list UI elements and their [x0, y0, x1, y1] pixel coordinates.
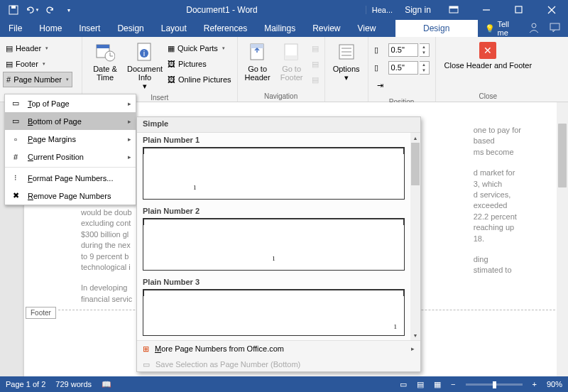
group-navigation: Go to Header Go to Footer ▤ ▤ ▤ Navigati… [238, 37, 325, 102]
tab-layout[interactable]: Layout [153, 20, 195, 37]
tell-me-search[interactable]: 💡Tell me [478, 20, 529, 37]
tab-insert[interactable]: Insert [70, 20, 109, 37]
quick-parts-icon: ▦ [168, 44, 175, 53]
goto-footer-button[interactable]: Go to Footer [275, 39, 309, 90]
save-icon[interactable] [4, 1, 23, 19]
tab-references[interactable]: References [195, 20, 256, 37]
page-number-gallery: Simple Plain Number 1 1 Plain Number 2 1… [136, 116, 421, 372]
footer-button[interactable]: ▤Footer▾ [3, 56, 72, 72]
preview-label-2: Plain Number 2 [143, 207, 405, 215]
previous-button[interactable]: ▤ [309, 40, 322, 56]
header-from-top-input[interactable]: ▯0.5"▲▼ [374, 42, 430, 58]
footer-from-bottom-input[interactable]: ▯0.5"▲▼ [374, 60, 430, 75]
menu-page-margins[interactable]: ▫Page Margins▸ [5, 130, 136, 148]
svg-rect-1 [11, 6, 16, 9]
goto-header-icon [246, 40, 269, 63]
options-icon [335, 40, 358, 63]
header-position-icon: ▯ [374, 45, 387, 55]
header-button[interactable]: ▤Header▾ [3, 40, 72, 56]
menu-bottom-of-page[interactable]: ▭Bottom of Page▸ [5, 112, 136, 130]
qat-customize-icon[interactable]: ▼ [60, 1, 78, 19]
undo-icon[interactable]: ▼ [23, 1, 41, 19]
spellcheck-icon[interactable]: 📖 [102, 380, 111, 389]
header-icon: ▤ [6, 44, 13, 53]
save-selection-icon: ▭ [143, 360, 150, 369]
more-page-numbers-button[interactable]: ⊞More Page Numbers from Office.com▸ [137, 341, 420, 356]
gallery-scrollbar[interactable]: ▲ ▼ [410, 133, 420, 340]
view-web-layout-icon[interactable]: ▦ [434, 380, 441, 389]
tab-review[interactable]: Review [304, 20, 349, 37]
page-number-menu: ▭Top of Page▸ ▭Bottom of Page▸ ▫Page Mar… [4, 94, 136, 205]
page-margins-icon: ▫ [9, 133, 22, 146]
minimize-icon[interactable] [470, 0, 503, 20]
maximize-icon[interactable] [503, 0, 535, 20]
office-icon: ⊞ [143, 344, 149, 354]
close-icon[interactable] [535, 0, 568, 20]
zoom-level[interactable]: 90% [547, 380, 562, 388]
vertical-scrollbar[interactable] [557, 102, 568, 376]
tab-home[interactable]: Home [31, 20, 70, 37]
svg-rect-3 [449, 6, 458, 9]
tab-design[interactable]: Design [109, 20, 152, 37]
group-close: ✕Close Header and Footer Close [436, 37, 541, 102]
bottom-of-page-icon: ▭ [9, 115, 22, 128]
options-button[interactable]: Options▾ [328, 39, 365, 90]
top-of-page-icon: ▭ [9, 97, 22, 110]
footer-position-icon: ▯ [374, 63, 387, 72]
menu-remove-page-numbers[interactable]: ✖Remove Page Numbers [5, 187, 136, 205]
footer-icon: ▤ [6, 60, 13, 69]
page-number-button[interactable]: #Page Number▾ [3, 72, 72, 87]
page-count[interactable]: Page 1 of 2 [6, 380, 45, 388]
current-position-icon: # [9, 151, 22, 163]
group-options: Options▾ Options [325, 37, 368, 102]
document-info-button[interactable]: iDocument Info▾ [125, 39, 165, 92]
ribbon-tabs: File Home Insert Design Layout Reference… [0, 20, 568, 37]
online-pictures-button[interactable]: 🖼Online Pictures [165, 72, 234, 87]
comments-icon[interactable] [550, 23, 561, 34]
svg-rect-9 [550, 23, 559, 30]
insert-alignment-tab-button[interactable]: ⇥ [374, 77, 430, 93]
status-bar: Page 1 of 2 729 words 📖 ▭ ▤ ▦ − + 90% [0, 376, 568, 392]
sign-in-button[interactable]: Sign in [398, 5, 437, 15]
quick-access-toolbar: ▼ ▼ [0, 1, 78, 19]
account-icon[interactable] [528, 22, 540, 35]
preview-label-3: Plain Number 3 [143, 278, 405, 286]
redo-icon[interactable] [41, 1, 60, 19]
zoom-in-button[interactable]: + [532, 380, 537, 388]
remove-page-numbers-icon: ✖ [9, 190, 22, 202]
zoom-out-button[interactable]: − [451, 380, 455, 388]
preview-label-1: Plain Number 1 [143, 136, 405, 144]
tab-header-footer-design[interactable]: Design [395, 20, 478, 37]
menu-top-of-page[interactable]: ▭Top of Page▸ [5, 94, 136, 112]
date-time-button[interactable]: Date & Time [85, 39, 125, 92]
lightbulb-icon: 💡 [485, 24, 495, 33]
next-button[interactable]: ▤ [309, 56, 322, 72]
view-print-layout-icon[interactable]: ▤ [417, 380, 424, 389]
pictures-button[interactable]: 🖼Pictures [165, 56, 234, 72]
menu-format-page-numbers[interactable]: ⁝Format Page Numbers... [5, 169, 136, 187]
svg-rect-21 [285, 55, 297, 60]
quick-parts-button[interactable]: ▦Quick Parts▾ [165, 40, 234, 56]
menu-current-position[interactable]: #Current Position▸ [5, 148, 136, 165]
format-page-numbers-icon: ⁝ [9, 172, 22, 185]
tab-view[interactable]: View [349, 20, 385, 37]
ribbon-display-options-icon[interactable] [437, 0, 470, 20]
zoom-slider[interactable] [466, 383, 523, 386]
preview-plain-number-1[interactable]: 1 [143, 147, 405, 200]
group-header-footer: ▤Header▾ ▤Footer▾ #Page Number▾ x [0, 37, 82, 102]
window-title: Document1 - Word [78, 5, 366, 15]
preview-plain-number-3[interactable]: 1 [143, 289, 405, 336]
document-info-icon: i [133, 40, 156, 63]
link-previous-button[interactable]: ▤ [309, 72, 322, 87]
tab-file[interactable]: File [0, 20, 31, 37]
close-header-footer-button[interactable]: ✕Close Header and Footer [439, 39, 538, 90]
word-count[interactable]: 729 words [55, 380, 92, 388]
view-read-mode-icon[interactable]: ▭ [400, 380, 407, 389]
online-pictures-icon: 🖼 [168, 75, 175, 84]
context-tab-label[interactable]: Hea... [366, 6, 398, 14]
svg-text:i: i [143, 49, 145, 58]
svg-point-8 [532, 23, 536, 28]
goto-header-button[interactable]: Go to Header [241, 39, 275, 90]
preview-plain-number-2[interactable]: 1 [143, 218, 405, 271]
tab-mailings[interactable]: Mailings [256, 20, 304, 37]
